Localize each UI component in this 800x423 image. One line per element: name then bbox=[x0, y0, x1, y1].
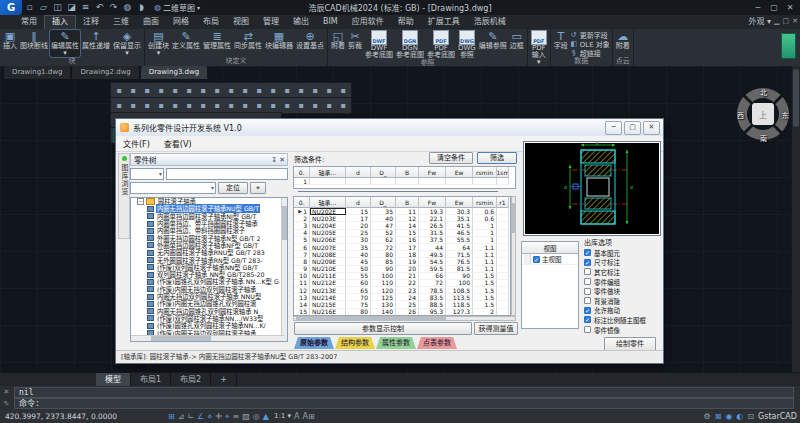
cell[interactable] bbox=[346, 178, 371, 185]
cell[interactable]: 1.5 bbox=[473, 301, 497, 308]
ribbon-restore-button[interactable]: ▢ bbox=[783, 17, 790, 25]
frame-button[interactable]: ▭边框 bbox=[509, 30, 525, 50]
retain-display-button[interactable]: ◈保留显示 ▾ bbox=[112, 30, 142, 57]
tool-icon[interactable]: ▪ bbox=[337, 85, 349, 96]
cell[interactable] bbox=[497, 178, 509, 185]
option-row[interactable]: 其它标注 bbox=[584, 267, 660, 277]
table-row[interactable]: 8NU209E45851954.576.51.1 bbox=[294, 258, 510, 265]
cell[interactable]: 72 bbox=[371, 244, 396, 251]
close-panel-icon[interactable]: ✕ bbox=[279, 156, 285, 164]
autoscale-icon[interactable]: A⊞ bbox=[302, 410, 314, 423]
tool-icon[interactable]: ▪ bbox=[127, 85, 139, 96]
close-command-icon[interactable]: ✕ bbox=[4, 388, 10, 396]
cell[interactable]: 110 bbox=[371, 280, 396, 287]
tool-icon[interactable]: ▪ bbox=[239, 100, 251, 111]
cell[interactable]: 75 bbox=[346, 301, 371, 308]
column-header-轴承…[interactable]: 轴承… bbox=[310, 167, 346, 178]
dyn-icon[interactable]: ⌖ bbox=[225, 410, 230, 423]
tool-icon[interactable]: ▪ bbox=[295, 100, 307, 111]
cell[interactable]: 25 bbox=[396, 301, 419, 308]
cell[interactable]: 14 bbox=[396, 222, 419, 229]
table-row[interactable]: 9NU210E50902059.581.51.1 bbox=[294, 266, 510, 273]
table-row[interactable]: 10NU211E551002166901.5 bbox=[294, 273, 510, 280]
lock-icon[interactable]: ⊠ bbox=[715, 410, 722, 423]
cell[interactable]: 4 bbox=[294, 230, 310, 237]
cell[interactable]: 83.5 bbox=[419, 294, 446, 301]
table-row[interactable]: 3NU204E20471426.541.51 bbox=[294, 222, 510, 229]
option-row[interactable]: 背景消隐 bbox=[584, 296, 660, 306]
cell[interactable]: 35 bbox=[371, 208, 396, 215]
polar-icon[interactable]: ∠ bbox=[197, 410, 204, 423]
scale-control[interactable]: 1:1 ▾ bbox=[272, 410, 291, 423]
cell[interactable]: 18 bbox=[396, 251, 419, 258]
cell[interactable]: 45 bbox=[346, 258, 371, 265]
cell[interactable]: 44 bbox=[419, 244, 446, 251]
dialog-close-button[interactable]: ✕ bbox=[643, 121, 660, 135]
fullscreen-icon[interactable]: ⊡ bbox=[747, 410, 754, 423]
cell[interactable]: 26.5 bbox=[419, 222, 446, 229]
dialog-title-bar[interactable]: 系列化零件设计开发系统 V1.0 ─ ▢ ✕ bbox=[116, 119, 663, 137]
cell[interactable]: 66 bbox=[419, 273, 446, 280]
ribbon-tab-布局[interactable]: 布局 bbox=[196, 15, 226, 29]
cell[interactable]: 13 bbox=[294, 294, 310, 301]
lineweight-icon[interactable]: ≡ bbox=[233, 410, 240, 423]
bearing-data-grid[interactable]: 0.轴承…dD_BFwEwrsminr1▶1NU202E15351119.330… bbox=[293, 196, 511, 316]
table-row[interactable]: 11NU212E6011022721001.5 bbox=[294, 280, 510, 287]
cell[interactable]: 85 bbox=[371, 258, 396, 265]
cell[interactable] bbox=[497, 266, 509, 273]
cell[interactable]: 22.1 bbox=[419, 215, 446, 222]
cell[interactable]: 90 bbox=[371, 266, 396, 273]
save-as-icon[interactable]: ◪ bbox=[65, 1, 78, 14]
cell[interactable]: 1.5 bbox=[473, 280, 497, 287]
option-checkbox[interactable] bbox=[584, 297, 591, 304]
cell[interactable]: 64 bbox=[446, 244, 473, 251]
cell[interactable]: 1.5 bbox=[473, 294, 497, 301]
cell[interactable]: 1.1 bbox=[473, 258, 497, 265]
ribbon-tab-BIM[interactable]: BIM bbox=[316, 15, 345, 29]
option-checkbox[interactable] bbox=[584, 326, 591, 333]
cell[interactable] bbox=[497, 280, 509, 287]
cell[interactable]: 52 bbox=[371, 230, 396, 237]
param-tab-原始参数[interactable]: 原始参数 bbox=[294, 337, 334, 349]
tool-icon[interactable]: ▪ bbox=[295, 85, 307, 96]
column-header-Ew[interactable]: Ew bbox=[446, 167, 473, 178]
table-row[interactable]: 6NU207E35721744641.1 bbox=[294, 244, 510, 251]
column-header-B[interactable]: B bbox=[396, 197, 419, 208]
gstarcad-logo-icon[interactable]: G bbox=[0, 0, 22, 15]
table-row[interactable]: 4NU205E25521531.546.51 bbox=[294, 230, 510, 237]
pdf-underlay-button[interactable]: PDFPDF 参考底图 bbox=[426, 30, 456, 59]
edit-xref-button[interactable]: ✎编辑参照 bbox=[478, 30, 508, 50]
column-header-D_[interactable]: D_ bbox=[371, 167, 396, 178]
option-checkbox[interactable]: ✓ bbox=[584, 316, 591, 323]
splitter[interactable] bbox=[298, 191, 498, 192]
search-history-combo[interactable]: ▾ bbox=[130, 182, 216, 194]
tool-icon[interactable]: ▪ bbox=[183, 100, 195, 111]
pin-icon[interactable]: ↧ bbox=[271, 156, 277, 164]
update-field-button[interactable]: ↺更新字段 bbox=[570, 31, 610, 39]
cell[interactable]: 100 bbox=[446, 280, 473, 287]
cell[interactable]: 22 bbox=[396, 280, 419, 287]
table-row[interactable]: ▶1NU202E15351119.330.30.6 bbox=[294, 208, 510, 215]
cell[interactable]: 15 bbox=[294, 309, 310, 316]
new-file-icon[interactable]: ▫ bbox=[23, 1, 36, 14]
cell[interactable]: 14 bbox=[294, 301, 310, 308]
cell[interactable] bbox=[497, 222, 509, 229]
ribbon-tab-帮助[interactable]: 帮助 bbox=[391, 15, 421, 29]
ribbon-tab-输出[interactable]: 输出 bbox=[286, 15, 316, 29]
osnap-icon[interactable]: ⋄ bbox=[207, 410, 212, 423]
column-header-r1[interactable]: r1 bbox=[497, 197, 509, 208]
navwheel-west-label[interactable]: 西 bbox=[737, 110, 744, 120]
tool-icon[interactable]: ▪ bbox=[141, 100, 153, 111]
cell[interactable] bbox=[419, 178, 446, 185]
tool-icon[interactable]: ▪ bbox=[323, 85, 335, 96]
dialog-menu-文件(F)[interactable]: 文件(F) bbox=[116, 138, 157, 149]
scrollbar-thumb[interactable] bbox=[793, 69, 799, 127]
navwheel-south-label[interactable]: 南 bbox=[760, 133, 767, 143]
column-header-r1smi[interactable]: r1smi bbox=[497, 167, 509, 178]
cell[interactable]: 70 bbox=[346, 294, 371, 301]
side-tab-strip[interactable]: 图库浏览 bbox=[118, 153, 130, 239]
tool-icon[interactable]: ▪ bbox=[211, 85, 223, 96]
column-header-Fw[interactable]: Fw bbox=[419, 197, 446, 208]
cell[interactable]: 15 bbox=[396, 230, 419, 237]
column-header-D_[interactable]: D_ bbox=[371, 197, 396, 208]
